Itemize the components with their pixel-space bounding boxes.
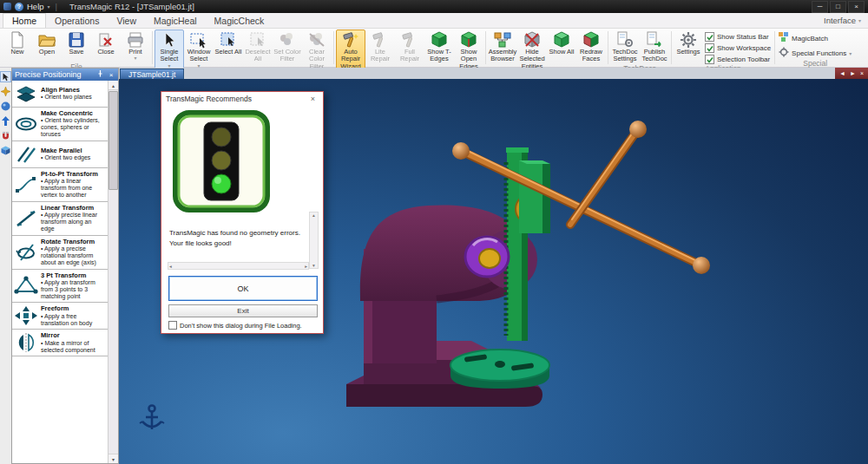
- button-label: Print: [128, 49, 141, 56]
- viewport-3d[interactable]: TransMagic Recommends × TransMagic has f…: [119, 79, 868, 464]
- panel-item-linear-transform[interactable]: Linear Transform• Apply precise linear t…: [12, 202, 108, 236]
- checkbox-show-workspace[interactable]: Show Workspace: [705, 43, 771, 53]
- panel-header[interactable]: Precise Positioning ×: [12, 69, 118, 81]
- select-all-button[interactable]: Select All: [214, 29, 243, 56]
- tab-magicheal[interactable]: MagicHeal: [145, 14, 206, 28]
- tab-home[interactable]: Home: [3, 13, 46, 28]
- ribbon-group-selections: Single Select ▾ Window Select ▾ Select A…: [153, 29, 333, 67]
- dialog-title: TransMagic Recommends: [166, 95, 252, 103]
- exit-button[interactable]: Exit: [168, 304, 318, 317]
- linear-transform-icon: [13, 208, 39, 229]
- special-functions-button[interactable]: Special Functions ▾: [779, 47, 852, 59]
- panel-item-title: Linear Transform: [41, 205, 106, 212]
- show-t-edges-button[interactable]: Show T-Edges: [424, 29, 454, 64]
- mirror-icon: [13, 332, 39, 353]
- auto-repair-wizard-button[interactable]: Auto Repair Wizard: [336, 29, 365, 71]
- magicbatch-button[interactable]: MagicBatch: [779, 32, 852, 44]
- star-tool-icon[interactable]: [1, 87, 10, 96]
- panel-item-desc: • Apply precise linear transform along a…: [41, 212, 106, 232]
- button-label: TechDoc Settings: [611, 49, 639, 63]
- settings-button[interactable]: Settings: [674, 29, 703, 56]
- repair-hammer-icon: [401, 31, 418, 49]
- button-label: Save: [69, 49, 83, 56]
- panel-item-mirror[interactable]: Mirror• Make a mirror of selected compon…: [12, 330, 108, 356]
- single-select-button[interactable]: Single Select ▾: [155, 29, 184, 69]
- dialog-message-line1: TransMagic has found no geometry errors.: [169, 229, 300, 237]
- deselect-all-button: Deselect All: [243, 29, 273, 64]
- scrollbar-thumb[interactable]: [108, 91, 118, 190]
- interface-dropdown[interactable]: Interface ▾: [824, 16, 861, 28]
- tab-scroll-left-icon[interactable]: ◄: [839, 70, 845, 76]
- document-tab[interactable]: JTSample01.jt: [120, 69, 184, 79]
- scroll-right-icon[interactable]: ▸: [305, 264, 307, 269]
- select-arrow-icon[interactable]: [1, 72, 10, 82]
- panel-scrollbar[interactable]: ▴ ▾: [108, 81, 118, 463]
- chevron-down-icon[interactable]: ▾: [48, 3, 50, 10]
- help-icon[interactable]: ?: [15, 3, 23, 11]
- move-arrow-icon[interactable]: [1, 116, 10, 126]
- dont-show-checkbox-row[interactable]: Don't show this dialog during File Loadi…: [168, 321, 302, 330]
- ribbon: New Open Save Close Print ▾: [0, 29, 868, 68]
- panel-item-freeform[interactable]: Freeform• Apply a free translation on bo…: [12, 303, 108, 330]
- shaded-cube-icon[interactable]: [1, 146, 10, 155]
- scroll-up-icon[interactable]: ▴: [108, 81, 118, 90]
- minimize-button[interactable]: ─: [812, 1, 828, 13]
- redraw-faces-button[interactable]: Redraw Faces: [576, 29, 606, 64]
- assembly-browser-button[interactable]: Assembly Browser: [488, 29, 517, 64]
- transmagic-window: ? Help ▾ | TransMagic R12 - [JTSample01.…: [0, 0, 868, 464]
- tab-magiccheck[interactable]: MagicCheck: [206, 14, 273, 28]
- checkbox-show-status-bar[interactable]: Show Status Bar: [705, 32, 771, 42]
- panel-item-title: 3 Pt Transform: [41, 272, 106, 279]
- checkbox-label: Don't show this dialog during File Loadi…: [180, 322, 302, 330]
- chevron-down-icon: ▾: [134, 56, 136, 62]
- checkbox-label: Show Workspace: [717, 44, 771, 52]
- dialog-horizontal-scrollbar[interactable]: ◂ ▸: [168, 262, 309, 270]
- dialog-close-icon[interactable]: ×: [307, 95, 319, 103]
- panel-item-align-planes[interactable]: Align Planes• Orient two planes: [12, 81, 108, 108]
- panel-item-make-parallel[interactable]: Make Parallel• Orient two edges: [12, 141, 108, 168]
- scroll-left-icon[interactable]: ◂: [169, 264, 172, 269]
- show-all-button[interactable]: Show All: [547, 29, 576, 56]
- pin-icon[interactable]: [95, 70, 104, 79]
- panel-item-title: Align Planes: [41, 87, 106, 94]
- ok-button[interactable]: OK: [168, 276, 318, 301]
- techdoc-settings-button[interactable]: TechDoc Settings: [610, 29, 640, 64]
- set-color-filter-button: Set Color Filter: [273, 29, 302, 64]
- panel-item-make-concentric[interactable]: Make Concentric• Orient two cylinders, c…: [12, 108, 108, 141]
- ribbon-group-file: New Open Save Close Print ▾: [1, 29, 152, 67]
- tab-scroll-right-icon[interactable]: ►: [850, 70, 856, 76]
- orbit-sphere-icon[interactable]: [1, 101, 10, 111]
- scroll-up-icon[interactable]: ▴: [312, 212, 315, 218]
- maximize-button[interactable]: □: [830, 1, 846, 13]
- panel-item-pt-to-pt-transform[interactable]: Pt-to-Pt Transform• Apply a linear trans…: [12, 168, 108, 202]
- hide-selected-entities-button[interactable]: Hide Selected Entities: [517, 29, 547, 71]
- button-label: Special Functions: [792, 49, 846, 57]
- magnet-icon[interactable]: [1, 131, 10, 141]
- panel-close-icon[interactable]: ×: [107, 71, 115, 79]
- publish-techdoc-icon: [646, 31, 663, 49]
- open-button[interactable]: Open: [32, 29, 62, 56]
- panel-item-rotate-transform[interactable]: Rotate Transform• Apply a precise rotati…: [12, 236, 108, 270]
- dialog-vertical-scrollbar[interactable]: ▴ ▾: [309, 212, 319, 269]
- publish-techdoc-button[interactable]: Publish TechDoc: [640, 29, 669, 64]
- window-select-button[interactable]: Window Select ▾: [184, 29, 214, 69]
- new-button[interactable]: New: [3, 29, 32, 56]
- tab-operations[interactable]: Operations: [46, 14, 108, 28]
- tab-close-icon[interactable]: ×: [860, 70, 864, 76]
- panel-item-3pt-transform[interactable]: 3 Pt Transform• Apply an transform from …: [12, 270, 108, 304]
- scroll-down-icon[interactable]: ▾: [312, 263, 315, 268]
- button-label: Show T-Edges: [425, 49, 453, 63]
- save-button[interactable]: Save: [62, 29, 91, 56]
- tab-view[interactable]: View: [108, 14, 145, 28]
- scroll-down-icon[interactable]: ▾: [108, 454, 118, 463]
- help-menu[interactable]: Help: [27, 2, 44, 11]
- clear-color-filter-icon: [308, 31, 326, 49]
- print-button[interactable]: Print ▾: [121, 29, 150, 62]
- show-open-edges-button[interactable]: Show Open Edges: [454, 29, 483, 71]
- button-label: Deselect All: [244, 49, 272, 63]
- checkbox-selection-toolbar[interactable]: Selection Toolbar: [705, 55, 771, 64]
- dialog-title-bar[interactable]: TransMagic Recommends ×: [161, 92, 323, 106]
- close-file-button[interactable]: Close: [91, 29, 121, 56]
- close-button[interactable]: ×: [848, 1, 865, 13]
- checkbox-unchecked-icon[interactable]: [168, 321, 177, 330]
